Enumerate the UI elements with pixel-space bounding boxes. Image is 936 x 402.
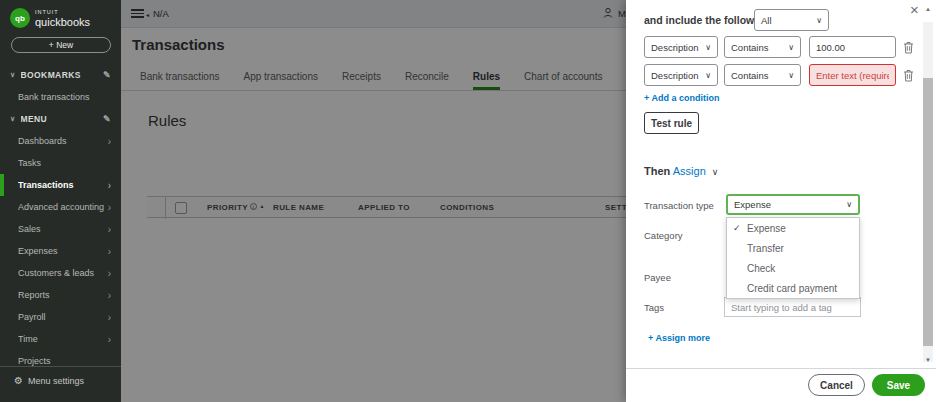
condition1-field-select[interactable]: Description ∨ (644, 36, 718, 58)
chevron-right-icon: › (108, 246, 111, 257)
sidebar-item-sales[interactable]: Sales› (0, 218, 121, 240)
panel-scrollbar-thumb[interactable] (923, 78, 933, 346)
tags-label: Tags (644, 302, 664, 313)
sidebar-item-customers-leads[interactable]: Customers & leads› (0, 262, 121, 284)
condition2-operator-select[interactable]: Contains ∨ (724, 64, 801, 86)
save-button[interactable]: Save (872, 374, 925, 396)
transaction-type-select[interactable]: Expense ∨ (726, 194, 860, 215)
chevron-right-icon: › (108, 290, 111, 301)
sidebar-item-reports[interactable]: Reports› (0, 284, 121, 306)
then-assign-row: Then Assign ∨ (644, 165, 718, 177)
menu-section-header[interactable]: ∨ MENU ✎ (0, 108, 121, 130)
sidebar-item-advanced-accounting[interactable]: Advanced accounting› (0, 196, 121, 218)
check-icon: ✓ (733, 223, 741, 233)
transaction-type-label: Transaction type (644, 200, 714, 211)
condition1-value-input[interactable] (809, 36, 896, 58)
scrollbar-down-arrow[interactable]: ▼ (925, 357, 931, 363)
rule-edit-panel: × and include the following: All ∨ Descr… (626, 0, 936, 402)
app-window: qb INTUIT quickbooks + New ∨ BOOKMARKS ✎… (0, 0, 936, 402)
condition2-value-input-error[interactable] (809, 64, 896, 86)
chevron-right-icon: › (108, 180, 111, 191)
delete-condition2-trash-icon[interactable] (903, 69, 914, 82)
chevron-down-icon: ∨ (701, 71, 711, 80)
assign-link[interactable]: Assign (673, 165, 706, 177)
condition2-field-select[interactable]: Description ∨ (644, 64, 718, 86)
bookmarks-section-header[interactable]: ∨ BOOKMARKS ✎ (0, 64, 121, 86)
sidebar-item-expenses[interactable]: Expenses› (0, 240, 121, 262)
menu-header-label: MENU (21, 114, 104, 124)
active-indicator (0, 174, 4, 196)
chevron-down-icon: ∨ (10, 71, 16, 79)
option-expense[interactable]: ✓ Expense (727, 218, 859, 238)
new-button[interactable]: + New (11, 37, 111, 53)
sidebar-item-transactions[interactable]: Transactions› (0, 174, 121, 196)
sidebar-item-bank-transactions[interactable]: Bank transactions (0, 86, 121, 108)
chevron-down-icon: ∨ (701, 43, 711, 52)
add-condition-link[interactable]: + Add a condition (644, 93, 719, 103)
chevron-down-icon[interactable]: ∨ (712, 167, 719, 177)
quickbooks-logo-icon: qb (10, 8, 30, 28)
sidebar: qb INTUIT quickbooks + New ∨ BOOKMARKS ✎… (0, 0, 121, 402)
chevron-right-icon: › (108, 268, 111, 279)
sidebar-divider (0, 366, 121, 367)
sidebar-nav: ∨ BOOKMARKS ✎ Bank transactions ∨ MENU ✎… (0, 64, 121, 372)
brand-quickbooks-label: quickbooks (35, 16, 90, 28)
brand-intuit-label: INTUIT (35, 9, 90, 15)
chevron-down-icon: ∨ (784, 71, 794, 80)
chevron-right-icon: › (108, 136, 111, 147)
condition1-operator-select[interactable]: Contains ∨ (724, 36, 801, 58)
payee-label: Payee (644, 272, 671, 283)
close-icon[interactable]: × (910, 2, 919, 18)
chevron-down-icon: ∨ (812, 16, 822, 25)
test-rule-button[interactable]: Test rule (644, 112, 699, 134)
menu-settings-button[interactable]: ⚙ Menu settings (14, 375, 84, 386)
chevron-down-icon: ∨ (842, 200, 852, 209)
chevron-right-icon: › (108, 312, 111, 323)
cancel-button[interactable]: Cancel (808, 374, 865, 396)
category-label: Category (644, 230, 683, 241)
sidebar-item-dashboards[interactable]: Dashboards› (0, 130, 121, 152)
chevron-right-icon: › (108, 202, 111, 213)
assign-more-link[interactable]: + Assign more (648, 333, 710, 343)
transaction-type-dropdown-menu: ✓ Expense Transfer Check Credit card pay… (726, 217, 860, 299)
chevron-right-icon: › (108, 224, 111, 235)
quickbooks-logo: qb INTUIT quickbooks (10, 8, 90, 28)
bookmarks-header-label: BOOKMARKS (21, 70, 104, 80)
edit-pencil-icon[interactable]: ✎ (103, 114, 111, 124)
delete-condition1-trash-icon[interactable] (903, 41, 914, 54)
scrollbar-up-arrow[interactable]: ▲ (925, 6, 931, 12)
tags-input[interactable] (724, 297, 861, 317)
panel-footer: Cancel Save (626, 368, 936, 402)
chevron-right-icon: › (108, 334, 111, 345)
chevron-down-icon: ∨ (784, 43, 794, 52)
gear-icon: ⚙ (14, 375, 23, 386)
option-check[interactable]: Check (727, 258, 859, 278)
edit-pencil-icon[interactable]: ✎ (103, 70, 111, 80)
include-all-select[interactable]: All ∨ (754, 9, 829, 31)
sidebar-item-projects[interactable]: Projects (0, 350, 121, 372)
sidebar-item-tasks[interactable]: Tasks (0, 152, 121, 174)
option-transfer[interactable]: Transfer (727, 238, 859, 258)
sidebar-item-payroll[interactable]: Payroll› (0, 306, 121, 328)
option-credit-card-payment[interactable]: Credit card payment (727, 278, 859, 298)
sidebar-item-time[interactable]: Time› (0, 328, 121, 350)
chevron-down-icon: ∨ (10, 115, 16, 123)
